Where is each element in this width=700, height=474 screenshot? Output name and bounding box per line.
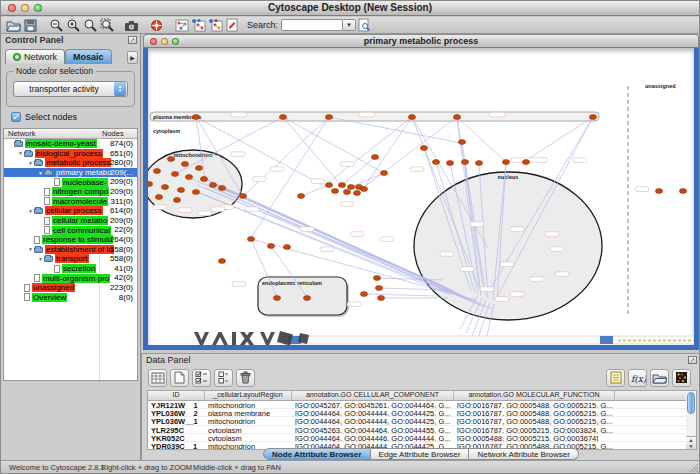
table-cell[interactable]: cytoplasm	[205, 426, 292, 433]
table-column-header[interactable]	[615, 391, 690, 400]
table-cell[interactable]: [GO:0016787, GO:0005488, GO:0005215, G..…	[454, 409, 615, 416]
network-node[interactable]	[446, 161, 453, 166]
attribute-checklist-icon[interactable]	[192, 369, 211, 387]
attribute-table-header[interactable]: ID_cellularLayoutRegionannotation.GO CEL…	[148, 391, 696, 401]
network-edge[interactable]	[342, 157, 375, 185]
birds-eye-overview-icon[interactable]	[173, 18, 190, 33]
table-column-header[interactable]: _cellularLayoutRegion	[205, 391, 292, 400]
network-node[interactable]	[171, 172, 178, 177]
network-node[interactable]	[420, 146, 427, 151]
network-node[interactable]	[331, 189, 338, 194]
table-cell[interactable]: plasma membrane	[205, 409, 292, 416]
network-node[interactable]	[453, 115, 460, 120]
search-dropdown-button[interactable]: ▼	[343, 19, 356, 31]
create-attribute-icon[interactable]	[170, 369, 189, 387]
network-edge[interactable]	[301, 185, 329, 196]
table-column-header[interactable]: annotation.GO CELLULAR_COMPONENT	[292, 391, 454, 400]
table-cell[interactable]: cytoplasm	[205, 434, 292, 441]
network-edge[interactable]	[324, 117, 412, 186]
network-node[interactable]	[408, 115, 415, 120]
tree-row[interactable]: ▼metabolic process280(0)	[4, 158, 137, 168]
select-nodes-checkbox[interactable]: ✓	[11, 112, 21, 122]
network-node[interactable]	[173, 198, 180, 203]
table-scrollbar[interactable]: ▲▼	[686, 390, 697, 450]
network-node[interactable]	[679, 189, 686, 194]
table-row[interactable]: YPL036W__1mitochondrion[GO:0044464, GO:0…	[148, 417, 696, 425]
zoom-out-icon[interactable]	[47, 18, 64, 33]
network-edge[interactable]	[190, 178, 448, 292]
network-node[interactable]	[461, 160, 468, 165]
network-node[interactable]	[325, 115, 332, 120]
resize-grip[interactable]	[688, 462, 698, 472]
network-node[interactable]	[655, 189, 662, 194]
network-node[interactable]	[360, 187, 367, 192]
select-nodes-row[interactable]: ✓ Select nodes	[11, 112, 77, 122]
expand-arrow-icon[interactable]: ▼	[37, 170, 44, 176]
tab-mosaic[interactable]: Mosaic	[65, 49, 112, 64]
network-node[interactable]	[353, 191, 360, 196]
tab-network[interactable]: Network	[5, 49, 65, 64]
tree-row[interactable]: response to stimulu264(0)	[4, 235, 137, 245]
table-cell[interactable]: [GO:0044464, GO:0044444, GO:0044425, G..…	[292, 417, 454, 424]
network-node[interactable]	[181, 162, 188, 167]
tree-col-nodes[interactable]: Nodes	[102, 129, 124, 138]
table-cell[interactable]: mitochondrion	[205, 401, 292, 408]
table-cell[interactable]: YKR052C	[148, 434, 205, 441]
data-panel-float-icon[interactable]: ↗	[688, 356, 697, 364]
float-panel-icon[interactable]: ↗	[128, 36, 137, 44]
import-attributes-icon[interactable]	[650, 369, 669, 387]
select-attributes-icon[interactable]	[148, 369, 167, 387]
network-node[interactable]	[185, 175, 192, 180]
network-node[interactable]	[347, 185, 354, 190]
network-node[interactable]	[239, 194, 246, 199]
open-file-icon[interactable]	[5, 18, 22, 33]
zoom-selected-icon[interactable]	[98, 18, 115, 33]
network-node[interactable]	[192, 190, 199, 195]
network-node[interactable]	[380, 171, 387, 176]
tree-row[interactable]: nucleobase-209(0)	[4, 177, 137, 187]
network-node[interactable]	[218, 186, 225, 191]
network-node[interactable]	[273, 296, 280, 301]
table-column-header[interactable]: annotation.GO MOLECULAR_FUNCTION	[454, 391, 615, 400]
network-frame-titlebar[interactable]: primary metabolic process	[143, 34, 699, 48]
tab-node-attribute-browser[interactable]: Node Attribute Browser	[263, 448, 371, 460]
expand-arrow-icon[interactable]: ▼	[27, 246, 34, 252]
tree-row[interactable]: nitrogen compo209(0)	[4, 187, 137, 197]
save-icon[interactable]	[22, 18, 39, 33]
tree-row[interactable]: ▼establishment of lo558(0)	[4, 245, 137, 255]
expand-arrow-icon[interactable]: ▼	[37, 256, 44, 262]
table-cell[interactable]: [GO:0044464, GO:0044446, GO:0044444, G..…	[292, 434, 454, 441]
network-node[interactable]	[247, 237, 254, 242]
network-node[interactable]	[432, 160, 439, 165]
tab-overflow-button[interactable]: ▶	[127, 51, 138, 64]
network-edge[interactable]	[351, 173, 384, 187]
table-cell[interactable]: [GO:0045263, GO:0044464, GO:0044455, G..…	[292, 426, 454, 433]
search-input[interactable]	[281, 19, 343, 31]
equation-list-icon[interactable]	[606, 369, 625, 387]
annotation-icon[interactable]	[224, 18, 241, 33]
network-node[interactable]	[338, 183, 345, 188]
network-edge[interactable]	[363, 117, 412, 189]
network-edge[interactable]	[364, 294, 438, 296]
tree-row[interactable]: ▼cellular process614(0)	[4, 206, 137, 216]
network-node[interactable]	[161, 185, 168, 190]
network-tree-header[interactable]: Network Nodes	[4, 129, 137, 139]
expand-arrow-icon[interactable]: ▼	[27, 208, 34, 214]
network-node[interactable]	[177, 188, 184, 193]
table-cell[interactable]: [GO:0005488, GO:0005215, GO:0003674]	[454, 434, 615, 441]
table-cell[interactable]: [GO:0016787, GO:0005215, GO:0003824, G..…	[454, 426, 615, 433]
create-view-icon[interactable]	[190, 18, 207, 33]
tree-row[interactable]: multi-organism pro42(0)	[4, 273, 137, 283]
network-node[interactable]	[522, 160, 529, 165]
network-node[interactable]	[192, 115, 199, 120]
network-node[interactable]	[148, 182, 153, 187]
table-cell[interactable]: [GO:0016787, GO:0005488, GO:0005215, G..…	[454, 401, 615, 408]
network-node[interactable]	[375, 286, 382, 291]
table-row[interactable]: YPL036W__2plasma membrane[GO:0044464, GO…	[148, 409, 696, 417]
tree-row[interactable]: ▼transport558(0)	[4, 254, 137, 264]
network-node[interactable]	[371, 155, 378, 160]
network-node[interactable]	[153, 169, 160, 174]
destroy-view-icon[interactable]	[207, 18, 224, 33]
table-cell[interactable]: YLR295C	[148, 426, 205, 433]
window-titlebar[interactable]: Cytoscape Desktop (New Session)	[1, 1, 699, 16]
